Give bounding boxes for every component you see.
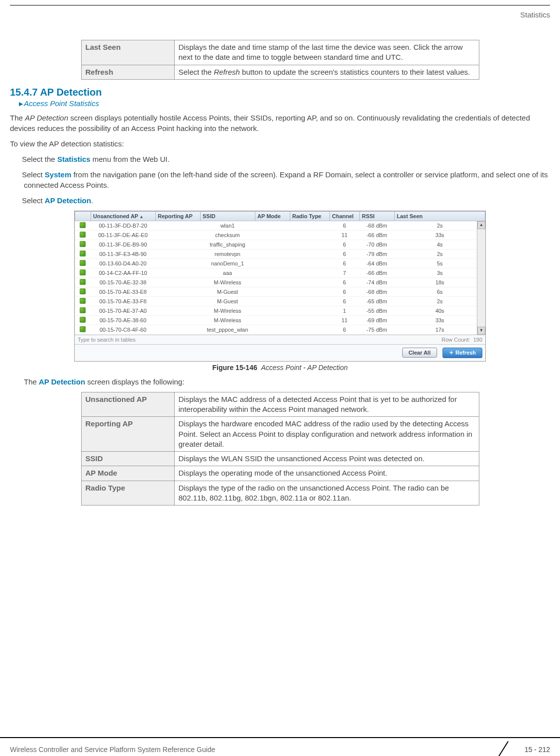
- cell-ssid: M-Guest: [200, 296, 255, 306]
- text: .: [91, 196, 93, 205]
- cell-mac: 00-11-3F-E3-4B-90: [91, 249, 155, 258]
- def-key: Unsanctioned AP: [81, 392, 174, 417]
- figure-caption: Figure 15-146 Access Point - AP Detectio…: [10, 364, 550, 372]
- cell-mac: 00-15-70-AE-37-A0: [91, 306, 155, 315]
- cell-mac: 00-11-3F-DD-B7-20: [91, 221, 155, 231]
- footer-title: Wireless Controller and Service Platform…: [10, 746, 215, 754]
- page-header-label: Statistics: [10, 10, 550, 19]
- cell-ssid: remotevpn: [200, 249, 255, 258]
- row-count: Row Count: 190: [442, 337, 482, 343]
- clear-all-button[interactable]: Clear All: [402, 348, 437, 358]
- text: The: [10, 114, 25, 122]
- table-search-input[interactable]: Type to search in tables: [78, 337, 135, 343]
- triangle-icon: ▶: [19, 101, 23, 107]
- cell-rssi: -65 dBm: [359, 296, 394, 306]
- step-number: 1: [10, 154, 22, 164]
- cell-reporting: [155, 325, 200, 334]
- cell-radiotype: [290, 230, 330, 240]
- keyword: Statistics: [57, 155, 91, 163]
- step: 1Select the Statistics menu from the Web…: [10, 154, 550, 164]
- cell-channel: 7: [330, 268, 359, 277]
- table-row[interactable]: 00-11-3F-DE-B9-90traffic_shaping6-70 dBm…: [75, 240, 485, 249]
- cell-radiotype: [290, 287, 330, 296]
- table-row[interactable]: 00-15-70-AE-32-38M-Wireless6-74 dBm18s: [75, 277, 485, 287]
- cell-rssi: -66 dBm: [359, 230, 394, 240]
- cell-apmode: [255, 277, 290, 287]
- text: screen displays the following:: [85, 378, 184, 386]
- def-key: AP Mode: [81, 466, 174, 481]
- cell-lastseen: 4s: [394, 240, 485, 249]
- keyword: AP Detection: [39, 378, 85, 386]
- cell-rssi: -75 dBm: [359, 325, 394, 334]
- paragraph: The AP Detection screen displays the fol…: [24, 377, 550, 387]
- table-row[interactable]: 00-13-60-D4-A0-20nanoDemo_16-64 dBm5s: [75, 258, 485, 268]
- def-val: Displays the hardware encoded MAC addres…: [174, 417, 479, 452]
- step-number: 2: [10, 169, 22, 180]
- refresh-label: Refresh: [455, 350, 476, 356]
- col-radio-type[interactable]: Radio Type: [290, 211, 330, 221]
- col-icon[interactable]: [75, 211, 91, 221]
- cell-channel: 1: [330, 306, 359, 315]
- cell-radiotype: [290, 306, 330, 315]
- cell-channel: 6: [330, 249, 359, 258]
- status-icon: [80, 260, 86, 266]
- cell-rssi: -79 dBm: [359, 249, 394, 258]
- col-last-seen[interactable]: Last Seen: [395, 211, 485, 221]
- col-ap-mode[interactable]: AP Mode: [255, 211, 290, 221]
- cell-ssid: nanoDemo_1: [200, 258, 255, 268]
- cell-mac: 00-11-3F-DE-B9-90: [91, 240, 155, 249]
- table-row[interactable]: 00-11-3F-DD-B7-20wlan16-68 dBm2s: [75, 221, 485, 231]
- cell-lastseen: 5s: [394, 258, 485, 268]
- col-ssid[interactable]: SSID: [201, 211, 255, 221]
- cell-rssi: -55 dBm: [359, 306, 394, 315]
- cell-rssi: -68 dBm: [359, 287, 394, 296]
- cell-ssid: aaa: [200, 268, 255, 277]
- cell-channel: 6: [330, 221, 359, 231]
- table-row[interactable]: 00-15-70-AE-38-60M-Wireless11-69 dBm33s: [75, 315, 485, 325]
- cell-reporting: [155, 315, 200, 325]
- step: 2Select System from the navigation pane …: [10, 169, 550, 190]
- cell-radiotype: [290, 249, 330, 258]
- cell-apmode: [255, 306, 290, 315]
- table-row[interactable]: 00-15-70-C8-4F-60test_pppoe_wlan6-75 dBm…: [75, 325, 485, 334]
- cell-channel: 11: [330, 230, 359, 240]
- cell-channel: 6: [330, 325, 359, 334]
- text-italic: Refresh: [214, 68, 240, 76]
- scroll-down-icon[interactable]: ▼: [477, 327, 485, 335]
- paragraph: The AP Detection screen displays potenti…: [10, 113, 550, 133]
- table-row[interactable]: 00-15-70-AE-33-E8M-Guest6-68 dBm6s: [75, 287, 485, 296]
- def-val: Displays the type of the radio on the un…: [174, 481, 479, 505]
- table-row[interactable]: 00-15-70-AE-37-A0M-Wireless1-55 dBm40s: [75, 306, 485, 315]
- cell-lastseen: 2s: [394, 221, 485, 231]
- scroll-up-icon[interactable]: ▲: [477, 221, 485, 229]
- cell-reporting: [155, 240, 200, 249]
- col-rssi[interactable]: RSSI: [360, 211, 395, 221]
- cell-lastseen: 18s: [394, 277, 485, 287]
- cell-lastseen: 2s: [394, 249, 485, 258]
- table-row[interactable]: 00-15-70-AE-33-F8M-Guest6-65 dBm2s: [75, 296, 485, 306]
- table-row[interactable]: 00-11-3F-E3-4B-90remotevpn6-79 dBm2s: [75, 249, 485, 258]
- cell-apmode: [255, 268, 290, 277]
- def-key: Radio Type: [81, 481, 174, 505]
- refresh-button[interactable]: ✦Refresh: [443, 348, 482, 358]
- col-channel[interactable]: Channel: [330, 211, 360, 221]
- cell-ssid: test_pppoe_wlan: [200, 325, 255, 334]
- ap-detection-grid: Unsanctioned AP▲ Reporting AP SSID AP Mo…: [74, 211, 486, 362]
- figure-title: Access Point - AP Detection: [261, 364, 348, 372]
- cell-apmode: [255, 287, 290, 296]
- col-reporting-ap[interactable]: Reporting AP: [156, 211, 201, 221]
- grid-header-row: Unsanctioned AP▲ Reporting AP SSID AP Mo…: [75, 211, 485, 221]
- cell-lastseen: 2s: [394, 296, 485, 306]
- cell-mac: 00-15-70-AE-38-60: [91, 315, 155, 325]
- definition-table-bottom: Unsanctioned APDisplays the MAC address …: [81, 392, 479, 505]
- cell-channel: 11: [330, 315, 359, 325]
- status-icon: [80, 288, 86, 294]
- col-unsanctioned-ap[interactable]: Unsanctioned AP▲: [91, 211, 156, 221]
- breadcrumb: ▶Access Point Statistics: [19, 99, 550, 108]
- status-icon: [80, 241, 86, 247]
- grid-body[interactable]: 00-11-3F-DD-B7-20wlan16-68 dBm2s00-11-3F…: [75, 221, 485, 335]
- vertical-scrollbar[interactable]: ▲ ▼: [477, 221, 485, 335]
- cell-channel: 6: [330, 277, 359, 287]
- table-row[interactable]: 00-14-C2-AA-FF-10aaa7-66 dBm3s: [75, 268, 485, 277]
- table-row[interactable]: 00-11-3F-DE-AE-E0checksum11-66 dBm33s: [75, 230, 485, 240]
